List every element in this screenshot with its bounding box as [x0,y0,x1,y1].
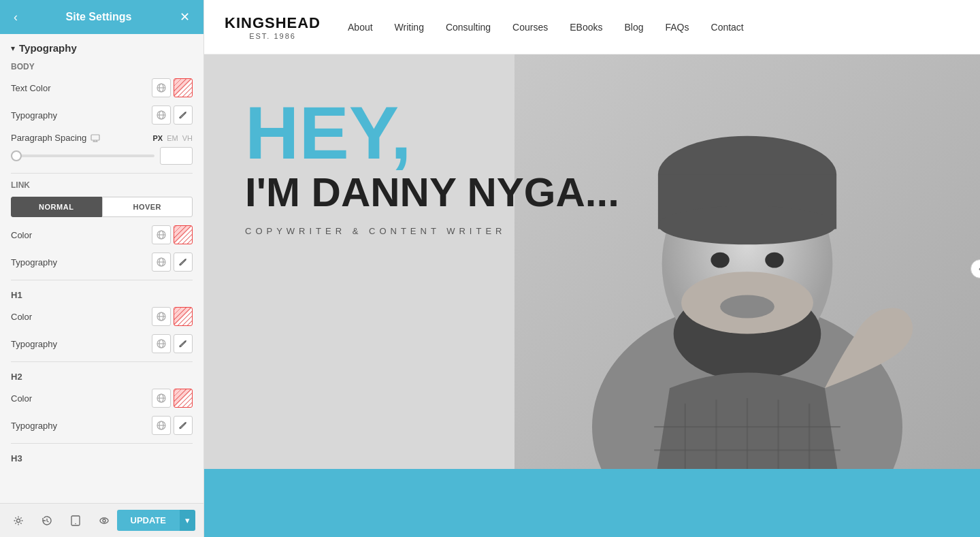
link-typography-controls [152,253,193,272]
svg-point-28 [17,519,20,522]
nav-links: About Writing Consulting Courses EBooks … [348,21,744,33]
nav-contact[interactable]: Contact [711,22,744,33]
hero-text-container: HEY, I'M DANNY NYGA... COPYWRITER & CONT… [204,54,980,236]
h1-typography-label: Typography [11,339,57,349]
h2-typography-row: Typography [11,416,193,435]
h1-color-row: Color [11,307,193,326]
body-typography-row: Typography [11,105,193,125]
svg-point-32 [103,519,105,522]
update-button[interactable]: UPDATE [117,510,180,531]
paragraph-spacing-units: PX EM VH [153,134,193,142]
nav-consulting[interactable]: Consulting [446,22,491,33]
link-section: Link NORMAL HOVER Color [11,180,193,272]
website-preview: KINGSHEAD EST. 1986 About Writing Consul… [204,0,980,537]
paragraph-spacing-top: Paragraph Spacing PX EM VH [11,133,193,143]
close-button[interactable]: ✕ [177,7,193,27]
h2-color-row: Color [11,389,193,408]
tablet-icon-btn[interactable] [65,510,86,531]
body-typography-label: Typography [11,110,57,120]
hero-hey-text: HEY, [245,95,939,170]
settings-icon-btn[interactable] [8,510,29,531]
svg-point-40 [710,253,729,268]
unit-px[interactable]: PX [153,134,163,142]
update-button-group: UPDATE ▾ [117,510,195,531]
nav-ebooks[interactable]: EBooks [570,22,602,33]
h1-color-picker-btn[interactable] [174,307,193,326]
h2-color-picker-btn[interactable] [174,389,193,408]
section-title: Typography [19,42,77,54]
h2-typography-label: Typography [11,421,57,431]
link-color-picker-btn[interactable] [174,225,193,244]
website-preview-area: ‹ KINGSHEAD EST. 1986 About Writing Cons… [204,0,980,537]
text-color-global-btn[interactable] [152,78,171,97]
body-subsection-label: Body [11,62,193,71]
nav-faqs[interactable]: FAQs [666,22,689,33]
paragraph-spacing-section: Paragraph Spacing PX EM VH [11,133,193,165]
panel-header: ‹ Site Settings ✕ [0,0,203,34]
svg-rect-6 [91,135,99,140]
panel-body: ▾ Typography Body Text Color Typograph [0,34,203,503]
text-color-label: Text Color [11,83,51,93]
nav-courses[interactable]: Courses [512,22,548,33]
svg-point-44 [720,295,774,318]
hero-subtitle-text: COPYWRITER & CONTENT WRITER [245,226,939,236]
main-nav: About Writing Consulting Courses EBooks … [348,21,744,33]
typography-section-toggle[interactable]: ▾ Typography [11,42,193,54]
h1-label: H1 [11,290,193,300]
h1-typography-row: Typography [11,334,193,353]
nav-bar: KINGSHEAD EST. 1986 About Writing Consul… [204,0,980,54]
h1-color-controls [152,307,193,326]
body-typography-controls [152,105,193,125]
hero-name-text: I'M DANNY NYGA... [245,170,939,215]
slider-thumb[interactable] [11,150,22,161]
h1-typography-controls [152,334,193,353]
divider-1 [11,173,193,174]
link-color-row: Color [11,225,193,244]
h2-section: H2 Color Typography [11,372,193,435]
eye-icon-btn[interactable] [94,510,114,531]
h2-typography-edit-btn[interactable] [174,416,193,435]
h1-typography-edit-btn[interactable] [174,334,193,353]
h2-color-global-btn[interactable] [152,389,171,408]
link-typography-label: Typography [11,257,57,267]
svg-point-30 [75,523,76,524]
unit-vh[interactable]: VH [182,134,193,142]
link-tab-normal[interactable]: NORMAL [11,197,102,217]
text-color-picker-btn[interactable] [174,78,193,97]
footer-icons [8,510,114,531]
h2-color-controls [152,389,193,408]
nav-writing[interactable]: Writing [395,22,424,33]
paragraph-spacing-input[interactable] [160,147,193,165]
h1-color-global-btn[interactable] [152,307,171,326]
body-typography-edit-btn[interactable] [174,105,193,125]
paragraph-spacing-slider[interactable] [11,154,154,157]
body-typography-global-btn[interactable] [152,105,171,125]
link-subsection-label: Link [11,180,193,190]
paragraph-spacing-slider-row [11,147,193,165]
back-button[interactable]: ‹ [11,7,20,27]
h1-typography-global-btn[interactable] [152,334,171,353]
update-arrow-button[interactable]: ▾ [180,510,195,531]
link-color-global-btn[interactable] [152,225,171,244]
link-tab-hover[interactable]: HOVER [102,197,193,217]
svg-point-41 [765,253,783,268]
history-icon-btn[interactable] [37,510,57,531]
teal-band [204,469,980,537]
hero-section: HEY, I'M DANNY NYGA... COPYWRITER & CONT… [204,54,980,537]
link-tabs: NORMAL HOVER [11,197,193,217]
h2-color-label: Color [11,393,32,404]
divider-2 [11,280,193,280]
h2-typography-global-btn[interactable] [152,416,171,435]
nav-blog[interactable]: Blog [624,22,643,33]
nav-about[interactable]: About [348,22,373,33]
h3-section: H3 [11,453,193,463]
link-typography-edit-btn[interactable] [174,253,193,272]
svg-point-31 [100,518,108,523]
brand: KINGSHEAD EST. 1986 [225,14,321,40]
unit-em[interactable]: EM [167,134,178,142]
h3-label: H3 [11,453,193,463]
panel-title: Site Settings [66,11,132,23]
divider-3 [11,361,193,362]
link-typography-row: Typography [11,253,193,272]
link-typography-global-btn[interactable] [152,253,171,272]
